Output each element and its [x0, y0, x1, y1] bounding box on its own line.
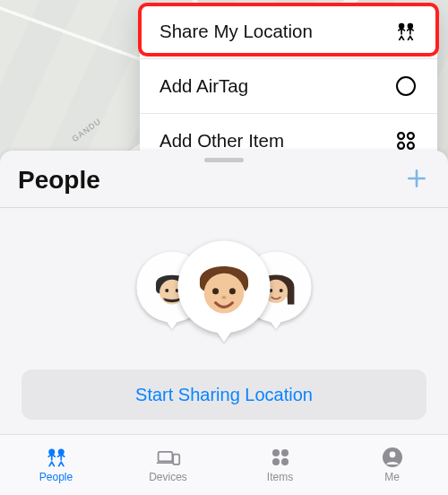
tab-people[interactable]: People [0, 435, 112, 495]
tab-label: Items [267, 471, 293, 483]
svg-rect-22 [158, 452, 172, 462]
tab-label: Devices [149, 471, 187, 483]
svg-point-3 [398, 133, 404, 139]
circle-icon [394, 74, 418, 98]
tab-devices[interactable]: Devices [112, 435, 224, 495]
add-button[interactable] [403, 167, 430, 194]
menu-item-label: Share My Location [159, 21, 313, 42]
contact-avatar[interactable] [177, 240, 270, 333]
svg-point-9 [165, 289, 168, 292]
grid-dots-icon [394, 129, 418, 152]
tab-bar: People Devices Items [0, 434, 448, 495]
map-street-label: GANDU [71, 117, 103, 143]
memoji-icon [182, 245, 266, 329]
svg-point-2 [397, 77, 415, 95]
grid-dots-icon [268, 447, 293, 468]
menu-item-label: Add AirTag [159, 75, 248, 97]
tab-me[interactable]: Me [336, 435, 448, 495]
svg-point-15 [221, 296, 226, 299]
svg-point-24 [272, 449, 280, 456]
menu-item-label: Add Other Item [159, 130, 284, 152]
devices-icon [156, 447, 181, 468]
app-screen: GANDU Share My Location Add AirTag Add O… [0, 0, 448, 495]
panel-header: People [0, 162, 448, 207]
svg-rect-23 [173, 455, 179, 465]
tab-label: Me [384, 471, 400, 483]
people-panel: People [0, 151, 448, 434]
menu-item-share-location[interactable]: Share My Location [140, 4, 437, 59]
page-title: People [18, 166, 100, 195]
svg-point-27 [281, 458, 289, 465]
plus-icon [405, 167, 428, 194]
svg-point-14 [229, 288, 236, 294]
svg-point-13 [212, 288, 219, 294]
svg-point-6 [408, 143, 414, 149]
svg-point-29 [389, 452, 395, 458]
svg-point-5 [398, 143, 404, 149]
start-sharing-button[interactable]: Start Sharing Location [22, 369, 426, 420]
person-icon [380, 447, 405, 468]
svg-point-19 [280, 289, 283, 292]
add-menu-popover: Share My Location Add AirTag Add Other I… [140, 4, 437, 168]
tab-items[interactable]: Items [224, 435, 336, 495]
tab-label: People [39, 471, 73, 483]
svg-point-26 [272, 458, 280, 465]
people-icon [44, 447, 69, 468]
suggested-contacts [0, 231, 448, 343]
menu-item-add-airtag[interactable]: Add AirTag [140, 59, 437, 114]
svg-point-4 [408, 133, 414, 139]
divider [0, 207, 448, 208]
button-label: Start Sharing Location [135, 385, 313, 405]
people-icon [394, 20, 418, 43]
svg-point-25 [281, 449, 289, 456]
